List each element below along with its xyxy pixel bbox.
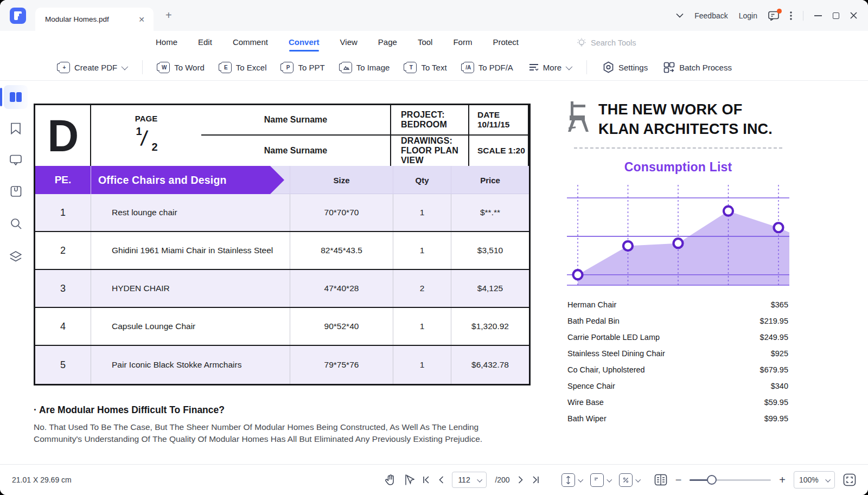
app-logo-icon — [10, 8, 26, 24]
tab-page[interactable]: Page — [378, 35, 398, 50]
banner-title-cell: Office Chairs and Design — [91, 166, 290, 194]
settings-button[interactable]: Settings — [603, 61, 648, 73]
sidebar-item-bookmarks[interactable] — [4, 117, 28, 140]
list-item: Bath Wiper$99.95 — [567, 410, 789, 427]
page-number-input[interactable] — [452, 472, 487, 488]
to-image-button[interactable]: To Image — [341, 62, 390, 73]
banner-arrow: Office Chairs and Design — [91, 166, 284, 194]
zoom-in-button[interactable]: + — [779, 474, 786, 485]
sidebar-item-layers[interactable] — [4, 245, 28, 268]
title-bar: Modular Homes.pdf ✕ + Feedback Login — [0, 0, 868, 31]
spec-table: D Name Surname PROJECT: BEDROOM DATE 10/… — [34, 104, 531, 385]
tab-close-icon[interactable]: ✕ — [136, 14, 147, 25]
bookmark-icon — [10, 123, 21, 134]
gear-icon — [603, 61, 614, 73]
sidebar-item-attachments[interactable] — [4, 179, 28, 203]
page-dimensions: 21.01 X 29.69 cm — [12, 475, 72, 484]
text-icon: T — [405, 62, 417, 73]
batch-icon — [663, 62, 675, 73]
chevron-down-icon — [635, 477, 641, 482]
divider — [586, 60, 587, 74]
brand-header: THE NEW WORK OF KLAN ARCHITECTS INC. — [567, 100, 789, 139]
sidebar-item-search[interactable] — [4, 211, 28, 235]
sidebar-item-thumbnails[interactable] — [4, 85, 28, 109]
monogram-cell: D — [35, 105, 91, 166]
date-cell: DATE 10/11/15 — [469, 105, 529, 136]
select-tool-button[interactable] — [404, 474, 414, 486]
page-fit-dropdown[interactable] — [590, 473, 611, 487]
list-item: Herman Chair$365 — [567, 297, 789, 313]
excel-icon: E — [220, 62, 232, 73]
to-word-button[interactable]: W To Word — [158, 62, 205, 73]
scroll-mode-icon — [561, 473, 575, 487]
divider — [142, 60, 143, 74]
zoom-percent-icon — [619, 473, 633, 487]
search-icon — [10, 218, 22, 229]
zoom-slider-thumb[interactable] — [707, 475, 717, 485]
close-button[interactable] — [850, 12, 857, 19]
pdfa-icon: /A — [463, 62, 474, 73]
zoom-slider[interactable] — [690, 479, 771, 481]
document-canvas: D Name Surname PROJECT: BEDROOM DATE 10/… — [0, 81, 868, 464]
table-row: 1 Rest lounge chair 70*70*70 1 $**.** — [35, 194, 529, 232]
page-fit-icon — [590, 473, 604, 487]
messages-icon[interactable] — [768, 11, 779, 21]
maximize-button[interactable] — [833, 12, 839, 19]
tab-home[interactable]: Home — [155, 35, 178, 50]
name-cell-2: Name Surname — [201, 136, 391, 166]
chair-icon — [567, 100, 591, 133]
faq-question: · Are Modular Homes Difficult To Finance… — [34, 404, 225, 416]
comment-icon — [10, 155, 22, 165]
tab-convert[interactable]: Convert — [288, 35, 320, 50]
to-pdfa-button[interactable]: /A To PDF/A — [463, 62, 513, 73]
reading-view-button[interactable] — [654, 474, 667, 486]
attachment-icon — [10, 185, 22, 197]
table-row: 2 Ghidini 1961 Miami Chair in Stainless … — [35, 232, 529, 270]
zoom-mode-dropdown[interactable] — [619, 473, 640, 487]
list-item: Wire Base$59.95 — [567, 394, 789, 410]
tab-tool[interactable]: Tool — [417, 35, 433, 50]
to-text-button[interactable]: T To Text — [405, 62, 446, 73]
login-button[interactable]: Login — [739, 11, 757, 20]
faq-answer: No. That Used To Be The Case, But The Sh… — [34, 421, 528, 446]
new-tab-button[interactable]: + — [165, 9, 172, 22]
tab-comment[interactable]: Comment — [232, 35, 269, 50]
sidebar-item-comments[interactable] — [4, 148, 28, 172]
minimize-button[interactable] — [814, 15, 822, 17]
dashed-divider — [574, 147, 782, 149]
first-page-button[interactable] — [423, 476, 430, 484]
kebab-menu-icon[interactable] — [790, 11, 792, 20]
prev-page-button[interactable] — [438, 476, 444, 484]
chevron-down-icon — [566, 63, 573, 70]
chevron-down-icon[interactable] — [676, 13, 684, 18]
convert-toolbar: + Create PDF W To Word E To Excel P To P… — [0, 54, 868, 81]
document-tab[interactable]: Modular Homes.pdf ✕ — [35, 8, 154, 31]
to-ppt-button[interactable]: P To PPT — [282, 62, 324, 73]
chevron-down-icon — [825, 477, 831, 482]
page-number-field[interactable] — [458, 475, 474, 484]
scale-cell: SCALE 1:20 — [469, 136, 529, 166]
table-row: 5 Pair Iconic Black Stokke Armchairs 79*… — [35, 346, 529, 384]
to-excel-button[interactable]: E To Excel — [220, 62, 267, 73]
zoom-out-button[interactable]: − — [675, 474, 682, 485]
zoom-level-value: 100% — [799, 475, 819, 484]
tab-protect[interactable]: Protect — [492, 35, 519, 50]
hand-tool-button[interactable] — [385, 474, 395, 486]
list-item: Stainless Steel Dining Chair$925 — [567, 345, 789, 362]
more-button[interactable]: More — [529, 63, 571, 72]
tab-edit[interactable]: Edit — [197, 35, 213, 50]
drawings-cell: DRAWINGS: FLOOR PLAN VIEW — [391, 136, 469, 166]
search-tools[interactable]: Search Tools — [577, 31, 636, 54]
batch-process-button[interactable]: Batch Process — [663, 62, 732, 73]
last-page-button[interactable] — [532, 476, 539, 484]
next-page-button[interactable] — [518, 476, 524, 484]
tab-title: Modular Homes.pdf — [45, 15, 136, 23]
zoom-level-select[interactable]: 100% — [794, 471, 835, 488]
fullscreen-button[interactable] — [843, 473, 856, 486]
tab-view[interactable]: View — [340, 35, 358, 50]
create-pdf-button[interactable]: + Create PDF — [59, 62, 126, 73]
consumption-panel: THE NEW WORK OF KLAN ARCHITECTS INC. Con… — [567, 100, 789, 427]
tab-form[interactable]: Form — [452, 35, 473, 50]
scroll-mode-dropdown[interactable] — [561, 473, 582, 487]
feedback-button[interactable]: Feedback — [694, 11, 727, 20]
